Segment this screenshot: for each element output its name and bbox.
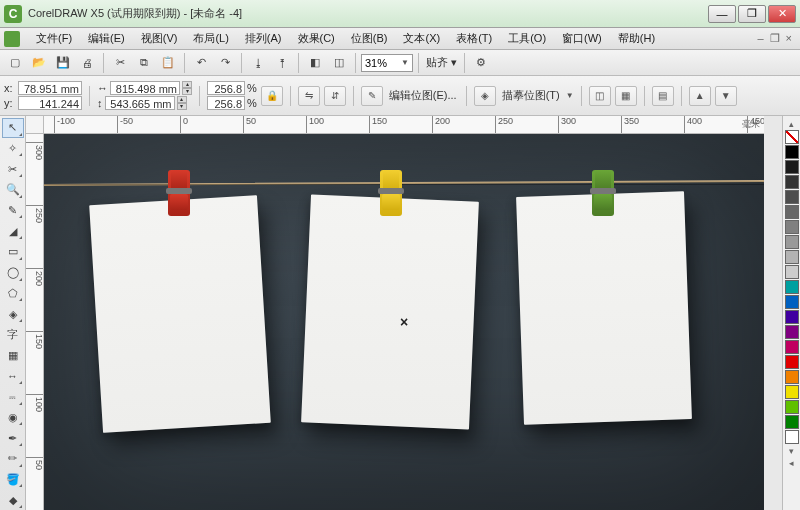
copy-button[interactable]: ⧉: [133, 52, 155, 74]
trace-bitmap-button[interactable]: 描摹位图(T): [500, 88, 562, 103]
close-button[interactable]: ✕: [768, 5, 796, 23]
menu-layout[interactable]: 布局(L): [185, 29, 236, 48]
eyedropper-tool[interactable]: ✒: [2, 428, 24, 448]
menu-text[interactable]: 文本(X): [395, 29, 448, 48]
dimension-tool[interactable]: ↔: [2, 366, 24, 386]
mdi-restore-button[interactable]: ❐: [770, 32, 780, 45]
color-swatch[interactable]: [785, 295, 799, 309]
scale-y-field[interactable]: 256.8: [207, 96, 245, 110]
maximize-button[interactable]: ❐: [738, 5, 766, 23]
canvas[interactable]: ×: [44, 134, 764, 510]
height-field[interactable]: 543.665 mm: [105, 96, 175, 110]
trace-bitmap-icon[interactable]: ◈: [474, 86, 496, 106]
menu-arrange[interactable]: 排列(A): [237, 29, 290, 48]
paste-button[interactable]: 📋: [157, 52, 179, 74]
color-swatch[interactable]: [785, 385, 799, 399]
mdi-minimize-button[interactable]: –: [757, 32, 763, 45]
crop-tool[interactable]: ✂: [2, 159, 24, 179]
edit-bitmap-icon[interactable]: ✎: [361, 86, 383, 106]
import-button[interactable]: ⭳: [247, 52, 269, 74]
menu-help[interactable]: 帮助(H): [610, 29, 663, 48]
palette-up-button[interactable]: ▴: [784, 118, 800, 130]
ruler-vertical[interactable]: 30025020015010050: [26, 134, 44, 510]
lock-ratio-button[interactable]: 🔒: [261, 86, 283, 106]
resample-button[interactable]: ▦: [615, 86, 637, 106]
palette-flyout-button[interactable]: ◂: [784, 457, 800, 469]
ellipse-tool[interactable]: ◯: [2, 263, 24, 283]
text-tool[interactable]: 字: [2, 325, 24, 345]
new-button[interactable]: ▢: [4, 52, 26, 74]
menu-window[interactable]: 窗口(W): [554, 29, 610, 48]
menu-tools[interactable]: 工具(O): [500, 29, 554, 48]
ruler-origin[interactable]: [26, 116, 44, 134]
undo-button[interactable]: ↶: [190, 52, 212, 74]
x-field[interactable]: 78.951 mm: [18, 81, 82, 95]
menu-view[interactable]: 视图(V): [133, 29, 186, 48]
menu-edit[interactable]: 编辑(E): [80, 29, 133, 48]
palette-down-button[interactable]: ▾: [784, 445, 800, 457]
snap-dropdown[interactable]: 贴齐 ▾: [424, 55, 459, 70]
color-swatch[interactable]: [785, 310, 799, 324]
y-field[interactable]: 141.244 mm: [18, 96, 82, 110]
minimize-button[interactable]: —: [708, 5, 736, 23]
outline-tool[interactable]: ✏: [2, 449, 24, 469]
color-swatch[interactable]: [785, 325, 799, 339]
open-button[interactable]: 📂: [28, 52, 50, 74]
color-swatch[interactable]: [785, 220, 799, 234]
menu-file[interactable]: 文件(F): [28, 29, 80, 48]
swatch-none[interactable]: [785, 130, 799, 144]
interactive-blend-tool[interactable]: ◉: [2, 408, 24, 428]
width-field[interactable]: 815.498 mm: [110, 81, 180, 95]
cut-button[interactable]: ✂: [109, 52, 131, 74]
redo-button[interactable]: ↷: [214, 52, 236, 74]
ruler-horizontal[interactable]: 毫米 -100-50050100150200250300350400450: [44, 116, 764, 134]
interactive-fill-tool[interactable]: ◆: [2, 490, 24, 510]
mirror-v-button[interactable]: ⇵: [324, 86, 346, 106]
shape-tool[interactable]: ✧: [2, 139, 24, 159]
mirror-h-button[interactable]: ⇋: [298, 86, 320, 106]
export-button[interactable]: ⭱: [271, 52, 293, 74]
color-swatch[interactable]: [785, 265, 799, 279]
color-swatch[interactable]: [785, 280, 799, 294]
crop-button[interactable]: ◫: [589, 86, 611, 106]
color-swatch[interactable]: [785, 430, 799, 444]
basic-shapes-tool[interactable]: ◈: [2, 304, 24, 324]
color-swatch[interactable]: [785, 400, 799, 414]
menu-effects[interactable]: 效果(C): [290, 29, 343, 48]
color-swatch[interactable]: [785, 235, 799, 249]
app-menu-icon[interactable]: [4, 31, 20, 47]
color-swatch[interactable]: [785, 370, 799, 384]
edit-bitmap-button[interactable]: 编辑位图(E)...: [387, 88, 459, 103]
color-swatch[interactable]: [785, 160, 799, 174]
zoom-tool[interactable]: 🔍: [2, 180, 24, 200]
color-swatch[interactable]: [785, 145, 799, 159]
height-spinner[interactable]: ▴▾: [177, 96, 187, 110]
menu-bitmaps[interactable]: 位图(B): [343, 29, 396, 48]
table-tool[interactable]: ▦: [2, 346, 24, 366]
color-swatch[interactable]: [785, 415, 799, 429]
fill-tool[interactable]: 🪣: [2, 470, 24, 490]
color-swatch[interactable]: [785, 190, 799, 204]
print-button[interactable]: 🖨: [76, 52, 98, 74]
to-back-button[interactable]: ▼: [715, 86, 737, 106]
menu-table[interactable]: 表格(T): [448, 29, 500, 48]
chevron-down-icon[interactable]: ▼: [566, 91, 574, 100]
app-launcher-button[interactable]: ◧: [304, 52, 326, 74]
save-button[interactable]: 💾: [52, 52, 74, 74]
freehand-tool[interactable]: ✎: [2, 201, 24, 221]
options-button[interactable]: ⚙: [470, 52, 492, 74]
polygon-tool[interactable]: ⬠: [2, 284, 24, 304]
color-swatch[interactable]: [785, 205, 799, 219]
smart-fill-tool[interactable]: ◢: [2, 221, 24, 241]
to-front-button[interactable]: ▲: [689, 86, 711, 106]
welcome-button[interactable]: ◫: [328, 52, 350, 74]
zoom-level-combo[interactable]: 31% ▼: [361, 54, 413, 72]
wrap-text-button[interactable]: ▤: [652, 86, 674, 106]
mdi-close-button[interactable]: ×: [786, 32, 792, 45]
color-swatch[interactable]: [785, 250, 799, 264]
rectangle-tool[interactable]: ▭: [2, 242, 24, 262]
color-swatch[interactable]: [785, 175, 799, 189]
width-spinner[interactable]: ▴▾: [182, 81, 192, 95]
scale-x-field[interactable]: 256.8: [207, 81, 245, 95]
connector-tool[interactable]: ⎓: [2, 387, 24, 407]
